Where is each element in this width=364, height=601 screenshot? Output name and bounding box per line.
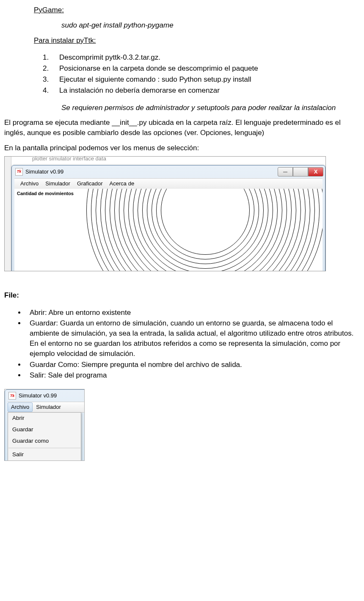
install-steps: Descomprimit pyttk-0.3.2.tar.gz. Posicio… bbox=[51, 52, 360, 95]
window-titlebar-2[interactable]: Tk Simulator v0.99 bbox=[5, 390, 85, 402]
file-menu-screenshot: Tk Simulator v0.99 Archivo Simulador Abr… bbox=[4, 389, 85, 461]
file-menu-list: Abrir: Abre un entorno existente Guardar… bbox=[17, 308, 360, 381]
menu-simulador-2[interactable]: Simulador bbox=[33, 403, 64, 412]
menu-acerca[interactable]: Acerca de bbox=[106, 179, 138, 188]
menubar: Archivo Simulador Graficador Acerca de bbox=[14, 178, 323, 189]
step-1: Descomprimit pyttk-0.3.2.tar.gz. bbox=[51, 52, 360, 63]
window-title: Simulator v0.99 bbox=[25, 168, 63, 176]
menu-simulador[interactable]: Simulador bbox=[42, 179, 74, 188]
paragraph-menus: En la pantalla principal podemos ver los… bbox=[4, 143, 360, 153]
pygame-heading: PyGame: bbox=[34, 5, 360, 15]
menu-graficador[interactable]: Graficador bbox=[74, 179, 106, 188]
pyttk-heading: Para instalar pyTtk: bbox=[34, 36, 360, 46]
close-button[interactable]: X bbox=[308, 167, 323, 176]
menu-archivo-2[interactable]: Archivo bbox=[8, 403, 33, 412]
paragraph-init: El programa se ejecuta mediante __init__… bbox=[4, 118, 360, 138]
tk-icon: Tk bbox=[15, 168, 23, 176]
left-strip bbox=[5, 157, 11, 271]
dropdown-guardar-como[interactable]: Guardar como bbox=[8, 436, 81, 447]
bg-folders-text: plotter simulator interface data bbox=[5, 156, 325, 164]
step-4: La instalación no debería demorarse en c… bbox=[51, 85, 360, 96]
simulator-window-2: Tk Simulator v0.99 Archivo Simulador Abr… bbox=[5, 389, 85, 461]
menu-archivo[interactable]: Archivo bbox=[17, 179, 42, 188]
dropdown-guardar[interactable]: Guardar bbox=[8, 424, 81, 436]
file-heading: File: bbox=[4, 290, 360, 300]
tk-icon-2: Tk bbox=[8, 392, 16, 400]
file-guardar: Guardar: Guarda un entorno de simulación… bbox=[25, 318, 360, 358]
file-salir: Salir: Sale del programa bbox=[25, 370, 360, 380]
file-abrir: Abrir: Abre un entorno existente bbox=[25, 308, 360, 318]
maximize-button[interactable] bbox=[293, 167, 308, 176]
file-guardar-como: Guardar Como: Siempre pregunta el nombre… bbox=[25, 360, 360, 370]
pygame-command: sudo apt-get install python-pygame bbox=[61, 20, 360, 30]
admin-note: Se requieren permisos de administrador y… bbox=[61, 103, 360, 113]
simulator-window: Tk Simulator v0.99 — X Archivo Simulador… bbox=[11, 165, 325, 271]
main-screenshot: plotter simulator interface data Tk Simu… bbox=[4, 156, 326, 271]
window-title-2: Simulator v0.99 bbox=[19, 392, 57, 400]
window-content: Cantidad de movimientos bbox=[14, 189, 323, 271]
menubar-2: Archivo Simulador bbox=[8, 402, 85, 413]
minimize-button[interactable]: — bbox=[278, 167, 293, 176]
dropdown-salir[interactable]: Salir bbox=[8, 449, 81, 460]
dropdown-separator bbox=[8, 448, 80, 448]
step-2: Posicionarse en la carpeta donde se desc… bbox=[51, 63, 360, 74]
step-3: Ejecutar el siguiente comando : sudo Pyt… bbox=[51, 74, 360, 85]
window-titlebar[interactable]: Tk Simulator v0.99 — X bbox=[12, 165, 325, 178]
archivo-dropdown: Abrir Guardar Guardar como Salir bbox=[8, 412, 81, 461]
dropdown-abrir[interactable]: Abrir bbox=[8, 413, 81, 424]
